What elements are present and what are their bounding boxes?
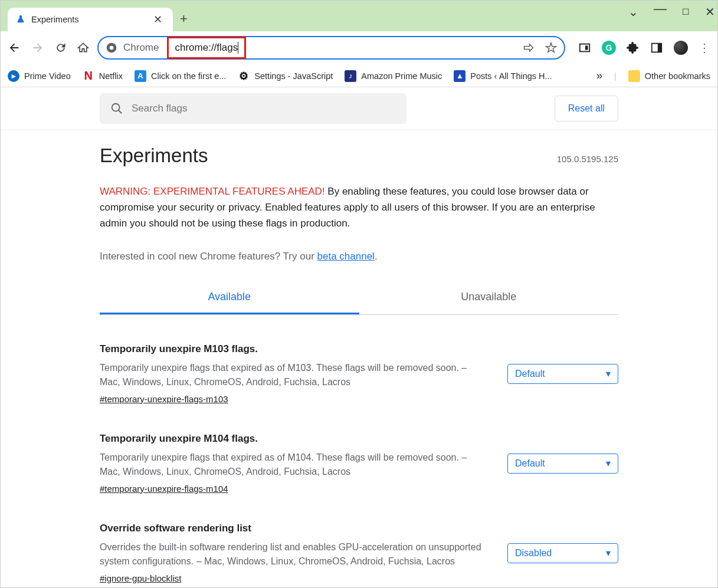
profile-avatar[interactable]: [674, 41, 688, 55]
flag-title: Override software rendering list: [100, 523, 490, 534]
bookmark-star-icon[interactable]: [545, 42, 557, 54]
svg-line-7: [119, 110, 122, 114]
beta-channel-line: Interested in cool new Chrome features? …: [100, 251, 618, 262]
search-flags-box[interactable]: [100, 93, 406, 124]
svg-rect-2: [580, 44, 590, 52]
warning-text: WARNING: EXPERIMENTAL FEATURES AHEAD! By…: [100, 183, 618, 232]
flag-item: Override software rendering list Overrid…: [100, 523, 618, 584]
back-button[interactable]: [8, 41, 21, 54]
svg-point-6: [112, 104, 120, 111]
bookmark-click-first[interactable]: AClick on the first e...: [135, 70, 226, 82]
chevron-down-icon: ▾: [606, 368, 611, 379]
bookmark-label: Posts ‹ All Things H...: [470, 71, 552, 81]
window-close-icon[interactable]: ✕: [705, 5, 715, 19]
omnibox[interactable]: Chrome chrome://flags: [97, 36, 565, 60]
bookmark-label: Click on the first e...: [151, 71, 226, 81]
tab-close-icon[interactable]: ✕: [151, 13, 165, 26]
separator: |: [614, 71, 617, 81]
flag-description: Overrides the built-in software renderin…: [100, 540, 490, 569]
flag-anchor-link[interactable]: #temporary-unexpire-flags-m103: [100, 394, 228, 404]
chevron-down-icon: ▾: [606, 458, 611, 469]
window-maximize-icon[interactable]: ☐: [682, 7, 690, 17]
extensions-icon[interactable]: [627, 41, 640, 54]
grammarly-extension-icon[interactable]: G: [602, 41, 616, 55]
search-icon: [110, 102, 123, 115]
url-highlight-box: chrome://flags: [167, 37, 246, 59]
bookmark-label: Amazon Prime Music: [361, 71, 442, 81]
bookmark-prime-video[interactable]: ▸Prime Video: [8, 70, 71, 82]
tab-unavailable[interactable]: Unavailable: [359, 281, 619, 314]
reader-mode-icon[interactable]: [578, 41, 591, 54]
version-label: 105.0.5195.125: [557, 154, 618, 164]
tab-available[interactable]: Available: [100, 281, 359, 314]
page-heading-row: Experiments 105.0.5195.125: [100, 144, 618, 167]
svg-rect-3: [585, 45, 588, 50]
svg-point-1: [110, 46, 114, 50]
page-content: Reset all Experiments 105.0.5195.125 WAR…: [1, 87, 717, 585]
chrome-origin-chip: Chrome: [123, 42, 165, 54]
flag-description: Temporarily unexpire flags that expired …: [100, 451, 490, 479]
flag-text: Override software rendering list Overrid…: [100, 523, 490, 584]
home-button[interactable]: [77, 42, 89, 54]
beta-channel-link[interactable]: beta channel: [317, 251, 375, 262]
flask-icon: [16, 15, 25, 24]
bookmark-label: Netflix: [99, 71, 123, 81]
address-bar: Chrome chrome://flags G ⋮: [1, 31, 717, 65]
flag-description: Temporarily unexpire flags that expired …: [100, 361, 490, 389]
other-bookmarks-button[interactable]: Other bookmarks: [628, 70, 710, 82]
bookmark-label: Other bookmarks: [645, 71, 710, 81]
bookmark-label: Prime Video: [24, 71, 71, 81]
flag-item: Temporarily unexpire M104 flags. Tempora…: [100, 433, 618, 494]
flag-title: Temporarily unexpire M103 flags.: [100, 343, 490, 355]
window-controls: ⌄ — ☐ ✕: [628, 4, 715, 19]
bookmarks-bar: ▸Prime Video NNetflix AClick on the firs…: [1, 65, 717, 87]
side-panel-icon[interactable]: [650, 41, 663, 54]
tab-search-icon[interactable]: ⌄: [628, 5, 638, 19]
browser-tabstrip: Experiments ✕ + ⌄ — ☐ ✕: [1, 1, 717, 31]
bookmark-posts[interactable]: ▲Posts ‹ All Things H...: [454, 70, 552, 82]
svg-rect-5: [658, 44, 661, 52]
menu-icon[interactable]: ⋮: [699, 41, 710, 55]
tab-title: Experiments: [31, 15, 145, 24]
bookmark-amazon-music[interactable]: ♪Amazon Prime Music: [345, 70, 442, 82]
search-row: Reset all: [1, 87, 717, 130]
bookmark-netflix[interactable]: NNetflix: [83, 70, 123, 82]
flag-text: Temporarily unexpire M104 flags. Tempora…: [100, 433, 490, 494]
forward-button[interactable]: [31, 41, 44, 54]
reset-all-button[interactable]: Reset all: [555, 96, 618, 121]
flag-item: Temporarily unexpire M103 flags. Tempora…: [100, 343, 618, 405]
warning-prefix: WARNING: EXPERIMENTAL FEATURES AHEAD!: [100, 186, 325, 197]
url-text: chrome://flags: [175, 42, 238, 54]
text-cursor: [238, 42, 238, 54]
flag-text: Temporarily unexpire M103 flags. Tempora…: [100, 343, 490, 405]
reload-button[interactable]: [55, 42, 67, 54]
flag-state-dropdown[interactable]: Default▾: [507, 454, 618, 474]
chrome-icon: [106, 42, 117, 54]
page-title: Experiments: [100, 144, 208, 167]
browser-tab-active[interactable]: Experiments ✕: [8, 8, 173, 31]
share-icon[interactable]: [523, 42, 535, 54]
bookmark-label: Settings - JavaScript: [254, 71, 333, 81]
flag-state-dropdown[interactable]: Default▾: [507, 364, 618, 384]
flag-anchor-link[interactable]: #temporary-unexpire-flags-m104: [100, 484, 228, 494]
flag-tabs: Available Unavailable: [100, 281, 618, 315]
flag-anchor-link[interactable]: #ignore-gpu-blocklist: [100, 573, 181, 583]
search-input[interactable]: [132, 103, 396, 114]
bookmarks-overflow-icon[interactable]: »: [596, 70, 602, 82]
bookmark-settings-js[interactable]: ⚙Settings - JavaScript: [238, 70, 333, 82]
new-tab-button[interactable]: +: [180, 11, 188, 27]
chevron-down-icon: ▾: [606, 547, 611, 559]
flag-state-dropdown[interactable]: Disabled▾: [507, 543, 618, 563]
flag-title: Temporarily unexpire M104 flags.: [100, 433, 490, 445]
window-minimize-icon[interactable]: —: [654, 1, 667, 17]
